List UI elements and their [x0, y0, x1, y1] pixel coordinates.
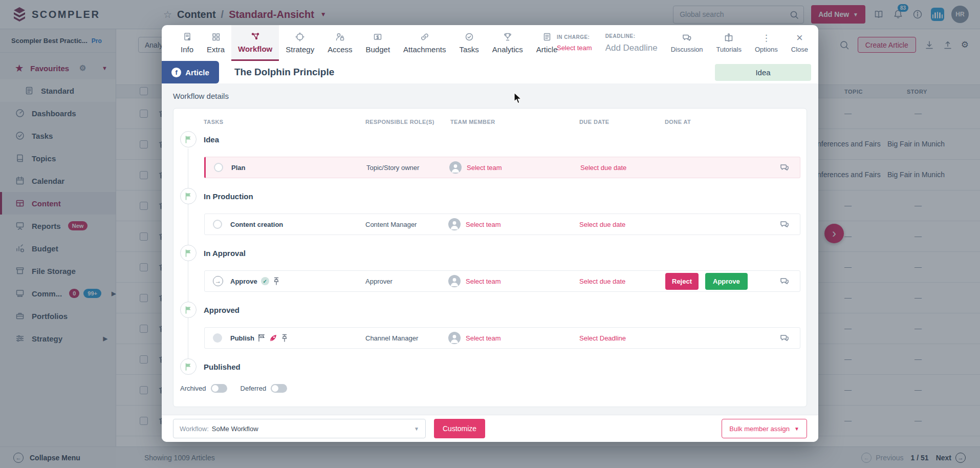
stage-idea: Idea: [180, 131, 219, 147]
stage-in-production: In Production: [180, 188, 253, 204]
workflow-body: Workflow details TASKS RESPONSIBLE ROLE(…: [162, 83, 818, 415]
add-deadline-link[interactable]: Add Deadline: [605, 43, 658, 53]
task-name: Approve: [230, 278, 257, 285]
task-name: Content creation: [230, 221, 283, 228]
task-chat-icon[interactable]: [779, 157, 790, 178]
target-icon: [295, 32, 304, 41]
column-done: DONE AT: [665, 119, 691, 125]
task-name: Publish: [230, 334, 254, 342]
deferred-toggle[interactable]: [271, 384, 287, 393]
flag-icon: [180, 302, 197, 318]
in-charge-select-team-link[interactable]: Select team: [557, 44, 592, 52]
reject-button[interactable]: Reject: [665, 273, 699, 290]
tutorials-book-icon: [724, 33, 734, 43]
finish-flag-icon: [258, 334, 266, 342]
mouse-cursor: [513, 92, 525, 104]
column-due: DUE DATE: [579, 119, 609, 125]
tab-tasks[interactable]: Tasks: [452, 25, 485, 61]
pin-icon: [273, 277, 280, 285]
task-role: Content Manager: [365, 221, 417, 228]
article-type-badge: f Article: [162, 61, 219, 83]
flag-icon: [180, 131, 197, 147]
column-team: TEAM MEMBER: [450, 119, 495, 125]
approve-button[interactable]: Approve: [705, 273, 748, 290]
tutorials-button[interactable]: Tutorials: [716, 33, 742, 53]
modal-footer: Workflow: SoMe Workflow ▼ Customize Bulk…: [162, 415, 818, 442]
tab-budget[interactable]: Budget: [359, 25, 397, 61]
facebook-icon: f: [171, 68, 181, 77]
workflow-nodes-icon: [251, 32, 260, 41]
section-title: Workflow details: [173, 92, 229, 100]
deferred-label: Deferred: [241, 385, 267, 392]
workflow-select-label: Workflow:: [180, 425, 209, 433]
avatar: [448, 218, 461, 230]
customize-button[interactable]: Customize: [434, 419, 485, 438]
archived-toggle-group: Archived: [180, 384, 227, 393]
modal-title-bar: f Article The Dolphin Principle Idea: [162, 61, 818, 83]
close-icon: ×: [796, 33, 803, 43]
task-complete-checkbox[interactable]: [214, 163, 223, 172]
select-due-date-link[interactable]: Select due date: [579, 221, 625, 228]
task-chat-icon[interactable]: [779, 271, 790, 291]
select-team-link[interactable]: Select team: [466, 334, 501, 342]
task-role: Topic/Story owner: [366, 164, 419, 172]
flag-icon: [180, 358, 197, 375]
rocket-icon: [269, 334, 277, 342]
avatar: [449, 161, 462, 174]
avatar: [448, 332, 461, 344]
tab-access[interactable]: Access: [321, 25, 359, 61]
column-role: RESPONSIBLE ROLE(S): [365, 119, 434, 125]
check-circle-icon: [465, 32, 474, 41]
stage-approved: Approved: [180, 302, 239, 318]
tab-strategy[interactable]: Strategy: [279, 25, 321, 61]
close-button[interactable]: × Close: [791, 33, 808, 53]
workflow-select-value: SoMe Workflow: [212, 425, 258, 433]
task-row-plan: Plan Topic/Story owner Select team Selec…: [204, 157, 800, 178]
deferred-toggle-group: Deferred: [241, 384, 288, 393]
task-disabled-circle: [213, 333, 222, 343]
in-charge-label: IN CHARGE:: [557, 34, 592, 40]
task-name: Plan: [231, 164, 245, 172]
select-due-date-link[interactable]: Select due date: [580, 164, 626, 172]
tab-info[interactable]: Info: [174, 25, 200, 61]
select-team-link[interactable]: Select team: [466, 221, 501, 228]
info-document-icon: [183, 32, 192, 41]
deadline-label: DEADLINE:: [605, 33, 658, 39]
task-role: Channel Manager: [365, 334, 418, 342]
archived-toggle[interactable]: [211, 384, 227, 393]
discussion-button[interactable]: Discussion: [671, 33, 703, 53]
task-row-content-creation: Content creation Content Manager Select …: [204, 214, 800, 235]
bulk-member-assign-button[interactable]: Bulk member assign ▼: [722, 419, 807, 438]
task-complete-checkbox[interactable]: [213, 220, 222, 229]
archived-label: Archived: [180, 385, 206, 392]
task-chat-icon[interactable]: [779, 328, 790, 348]
workflow-select[interactable]: Workflow: SoMe Workflow ▼: [173, 419, 426, 438]
task-row-publish: Publish Channel Manager Select team Sele…: [204, 327, 800, 349]
tab-attachments[interactable]: Attachments: [397, 25, 452, 61]
options-button[interactable]: ⋮ Options: [755, 33, 778, 53]
pin-icon: [281, 334, 288, 342]
deadline-block: DEADLINE: Add Deadline: [605, 33, 658, 53]
link-icon: [420, 32, 429, 41]
chevron-down-icon: ▼: [794, 426, 799, 432]
chevron-down-icon: ▼: [414, 426, 419, 432]
task-row-approve: → Approve ✓ Approver Select team Select …: [204, 270, 800, 292]
article-title: The Dolphin Principle: [234, 67, 334, 78]
article-document-icon: [542, 32, 552, 41]
task-chat-icon[interactable]: [779, 214, 790, 235]
select-deadline-link[interactable]: Select Deadline: [579, 334, 626, 342]
tab-workflow[interactable]: Workflow: [231, 25, 279, 61]
select-team-link[interactable]: Select team: [466, 278, 501, 285]
tab-extra[interactable]: Extra: [200, 25, 231, 61]
select-team-link[interactable]: Select team: [467, 164, 502, 172]
tab-analytics[interactable]: Analytics: [486, 25, 530, 61]
money-icon: [373, 32, 382, 41]
flag-icon: [180, 188, 197, 204]
go-to-task-icon[interactable]: →: [213, 276, 223, 286]
trophy-icon: [503, 32, 512, 41]
select-due-date-link[interactable]: Select due date: [579, 278, 625, 285]
kebab-menu-icon: ⋮: [762, 33, 771, 43]
avatar: [448, 275, 461, 287]
grid-icon: [211, 32, 221, 41]
column-tasks: TASKS: [204, 119, 223, 125]
